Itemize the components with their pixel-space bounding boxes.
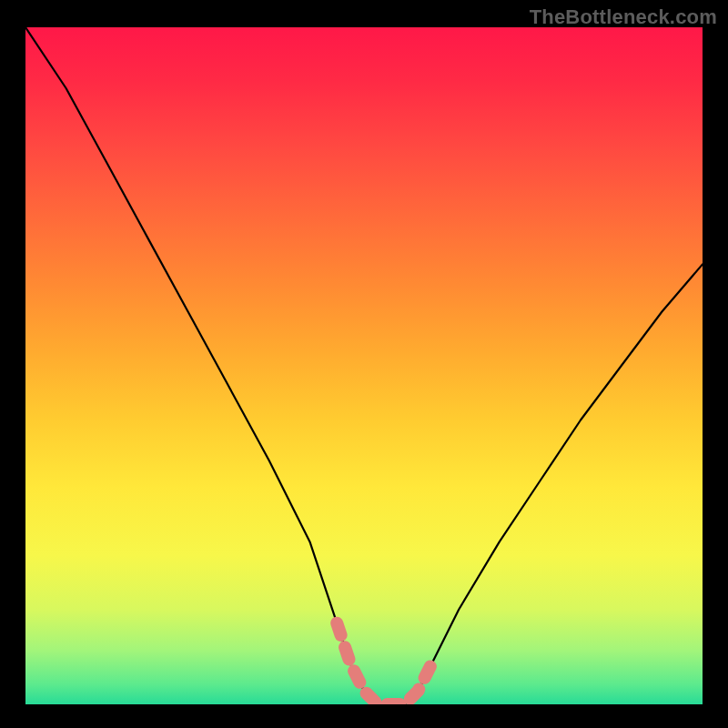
highlight-zone <box>337 623 431 704</box>
chart-overlay <box>25 27 703 704</box>
plot-area <box>25 27 703 704</box>
watermark-text: TheBottleneck.com <box>530 5 717 29</box>
bottleneck-curve <box>25 27 703 704</box>
chart-frame: TheBottleneck.com <box>0 0 728 728</box>
